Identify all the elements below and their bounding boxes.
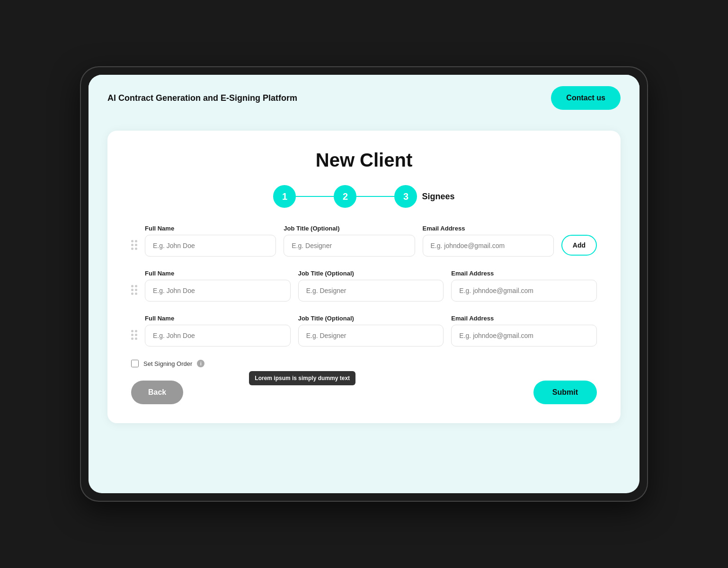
email-label-3: Email Address [451,315,597,322]
job-title-label-1: Job Title (Optional) [284,225,415,232]
drag-dot [135,240,137,242]
page-title: New Client [131,150,597,171]
job-title-input-1[interactable] [284,235,415,257]
drag-dot [131,337,133,340]
step-line-1 [296,196,334,197]
signee-row-1: Full Name Job Title (Optional) Email Add… [131,225,597,257]
job-title-input-3[interactable] [298,325,444,346]
email-input-1[interactable] [423,235,554,257]
drag-handle-2[interactable] [131,285,137,302]
contact-button[interactable]: Contact us [551,86,621,110]
header: AI Contract Generation and E-Signing Pla… [89,75,639,121]
drag-dot [135,285,137,287]
drag-dot [135,248,137,250]
drag-dot [135,289,137,291]
signing-order-checkbox[interactable] [131,360,139,367]
drag-dot [135,293,137,295]
full-name-label-2: Full Name [145,270,291,277]
email-input-3[interactable] [451,325,597,346]
email-group-2: Email Address [451,270,597,302]
full-name-input-3[interactable] [145,325,291,346]
drag-dot [131,330,133,332]
tooltip: Lorem ipsum is simply dummy text [249,371,355,385]
full-name-label-3: Full Name [145,315,291,322]
email-group-1: Email Address [423,225,554,257]
drag-handle-1[interactable] [131,240,137,257]
email-label-1: Email Address [423,225,554,232]
job-title-group-3: Job Title (Optional) [298,315,444,346]
full-name-label-1: Full Name [145,225,276,232]
step-indicator: 1 2 3 Signees [131,185,597,208]
full-name-group-3: Full Name [145,315,291,346]
device-frame: AI Contract Generation and E-Signing Pla… [80,66,648,502]
drag-dot [135,337,137,340]
full-name-group-2: Full Name [145,270,291,302]
drag-dot [135,244,137,246]
signing-order-label: Set Signing Order [143,360,192,367]
app-title: AI Contract Generation and E-Signing Pla… [107,93,297,103]
drag-dot [131,240,133,242]
step-line-2 [356,196,394,197]
drag-dot [135,330,137,332]
drag-dot [131,285,133,287]
drag-dot [131,293,133,295]
email-label-2: Email Address [451,270,597,277]
email-group-3: Email Address [451,315,597,346]
form-actions: Back Submit [131,381,597,404]
job-title-group-2: Job Title (Optional) [298,270,444,302]
drag-dot [131,289,133,291]
job-title-label-3: Job Title (Optional) [298,315,444,322]
info-icon[interactable]: i Lorem ipsum is simply dummy text [197,360,204,367]
signee-row-3: Full Name Job Title (Optional) Email Add… [131,315,597,346]
main-content: New Client 1 2 3 Signees [89,121,639,493]
step-3-circle: 3 [394,185,417,208]
device-screen: AI Contract Generation and E-Signing Pla… [89,75,639,493]
drag-dot [131,244,133,246]
step-1-circle: 1 [273,185,296,208]
back-button[interactable]: Back [131,381,183,404]
submit-button[interactable]: Submit [533,381,597,404]
full-name-group-1: Full Name [145,225,276,257]
job-title-label-2: Job Title (Optional) [298,270,444,277]
drag-dot [131,334,133,336]
drag-dot [131,248,133,250]
job-title-group-1: Job Title (Optional) [284,225,415,257]
drag-handle-3[interactable] [131,330,137,346]
form-card: New Client 1 2 3 Signees [107,131,621,423]
step-2-circle: 2 [334,185,356,208]
job-title-input-2[interactable] [298,280,444,302]
drag-dot [135,334,137,336]
signing-order-row: Set Signing Order i Lorem ipsum is simpl… [131,360,597,367]
full-name-input-2[interactable] [145,280,291,302]
email-input-2[interactable] [451,280,597,302]
add-button[interactable]: Add [561,235,597,256]
signee-row-2: Full Name Job Title (Optional) Email Add… [131,270,597,302]
full-name-input-1[interactable] [145,235,276,257]
step-label: Signees [422,192,454,202]
